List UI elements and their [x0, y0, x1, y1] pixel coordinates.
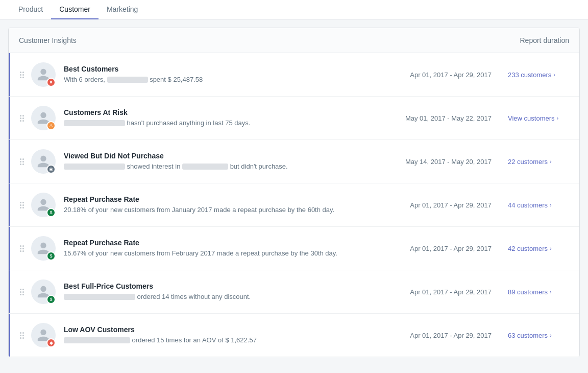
insight-content: Best Full-Price Customers ordered 14 tim…: [64, 282, 379, 301]
insight-meta: May 14, 2017 - May 20, 201722 customers›: [389, 158, 569, 166]
avatar-badge-dollar: $: [46, 251, 56, 261]
customer-link[interactable]: 89 customers›: [508, 288, 569, 296]
chevron-right-icon: ›: [550, 202, 552, 208]
customer-link[interactable]: 22 customers›: [508, 158, 569, 166]
drag-handle[interactable]: [19, 113, 25, 124]
chevron-right-icon: ›: [550, 245, 552, 251]
insight-description: hasn't purchased anything in last 75 day…: [64, 119, 379, 128]
insight-row-customers-at-risk: ⚠Customers At Risk hasn't purchased anyt…: [9, 97, 579, 140]
insight-title: Best Customers: [64, 65, 379, 73]
avatar-badge-tag: ◆: [46, 338, 56, 347]
avatar-badge-dollar: $: [46, 295, 56, 304]
accent-bar: [9, 140, 10, 183]
insight-row-repeat-purchase-feb: $Repeat Purchase Rate15.67% of your new …: [9, 227, 579, 270]
insight-description: showed interest in but didn't purchase.: [64, 162, 379, 171]
insight-meta: Apr 01, 2017 - Apr 29, 201763 customers›: [389, 332, 569, 339]
chevron-right-icon: ›: [550, 158, 552, 165]
drag-handle[interactable]: [19, 200, 25, 211]
redacted-text: [64, 294, 135, 300]
chevron-right-icon: ›: [553, 72, 555, 78]
avatar-container: ♥: [31, 62, 56, 87]
chevron-right-icon: ›: [557, 115, 559, 121]
date-range: Apr 01, 2017 - Apr 29, 2017: [389, 71, 492, 79]
customer-link[interactable]: 63 customers›: [508, 332, 569, 339]
insight-description: 20.18% of your new customers from Januar…: [64, 205, 379, 215]
insight-title: Repeat Purchase Rate: [64, 195, 379, 203]
insight-title: Repeat Purchase Rate: [64, 239, 379, 247]
date-range: May 14, 2017 - May 20, 2017: [389, 158, 492, 166]
insight-content: Repeat Purchase Rate15.67% of your new c…: [64, 239, 379, 258]
tab-marketing[interactable]: Marketing: [99, 0, 146, 19]
insights-list: ♥Best CustomersWith 6 orders, spent $ 25…: [9, 53, 579, 357]
insight-title: Low AOV Customers: [64, 325, 379, 334]
accent-bar: [9, 97, 10, 139]
cta-label: 22 customers: [508, 158, 548, 166]
redacted-text: [64, 120, 125, 126]
avatar-container: $: [31, 193, 56, 217]
insight-row-low-aov: ◆Low AOV Customers ordered 15 times for …: [9, 314, 579, 357]
insight-meta: Apr 01, 2017 - Apr 29, 201789 customers›: [389, 288, 569, 296]
date-range: May 01, 2017 - May 22, 2017: [389, 114, 492, 122]
insight-content: Repeat Purchase Rate20.18% of your new c…: [64, 195, 379, 215]
chevron-right-icon: ›: [550, 289, 552, 295]
table-header: Customer Insights Report duration: [9, 28, 579, 53]
insight-meta: Apr 01, 2017 - Apr 29, 2017233 customers…: [389, 71, 569, 79]
cta-label: 42 customers: [508, 245, 548, 252]
avatar-badge-eye: ◉: [46, 165, 56, 174]
cta-label: 44 customers: [508, 201, 548, 209]
cta-label: 63 customers: [508, 332, 548, 339]
insight-description: ordered 15 times for an AOV of $ 1,622.5…: [64, 336, 379, 345]
accent-bar: [9, 53, 10, 96]
insight-title: Customers At Risk: [64, 108, 379, 116]
tab-customer[interactable]: Customer: [51, 0, 99, 19]
insight-content: Best CustomersWith 6 orders, spent $ 25,…: [64, 65, 379, 84]
insights-container: Customer Insights Report duration ♥Best …: [8, 28, 580, 357]
avatar-container: ◆: [31, 323, 56, 347]
insight-content: Customers At Risk hasn't purchased anyth…: [64, 108, 379, 128]
table-header-right: Report duration: [520, 36, 569, 44]
insight-meta: Apr 01, 2017 - Apr 29, 201744 customers›: [389, 201, 569, 209]
insight-content: Viewed But Did Not Purchase showed inter…: [64, 152, 379, 171]
redacted-text: [107, 77, 148, 83]
insight-title: Best Full-Price Customers: [64, 282, 379, 290]
chevron-right-icon: ›: [550, 332, 552, 338]
drag-handle[interactable]: [19, 243, 25, 254]
insight-description: 15.67% of your new customers from Februa…: [64, 249, 379, 258]
customer-link[interactable]: 233 customers›: [508, 71, 569, 79]
date-range: Apr 01, 2017 - Apr 29, 2017: [389, 201, 492, 209]
customer-link[interactable]: 42 customers›: [508, 245, 569, 252]
date-range: Apr 01, 2017 - Apr 29, 2017: [389, 245, 492, 252]
accent-bar: [9, 227, 10, 270]
drag-handle[interactable]: [19, 330, 25, 341]
drag-handle[interactable]: [19, 156, 25, 167]
avatar-container: $: [31, 279, 56, 304]
drag-handle[interactable]: [19, 287, 25, 297]
customer-link[interactable]: View customers›: [508, 114, 569, 122]
date-range: Apr 01, 2017 - Apr 29, 2017: [389, 332, 492, 339]
insight-row-best-customers: ♥Best CustomersWith 6 orders, spent $ 25…: [9, 53, 579, 97]
tabs-bar: Product Customer Marketing: [0, 0, 588, 19]
insight-description: ordered 14 times without any discount.: [64, 292, 379, 301]
avatar-badge-heart: ♥: [46, 78, 56, 87]
redacted-text: [64, 337, 130, 343]
cta-label: View customers: [508, 114, 555, 122]
insight-row-viewed-not-purchase: ◉Viewed But Did Not Purchase showed inte…: [9, 140, 579, 183]
redacted-text: [64, 164, 125, 170]
insight-title: Viewed But Did Not Purchase: [64, 152, 379, 160]
insight-row-repeat-purchase-jan: $Repeat Purchase Rate20.18% of your new …: [9, 183, 579, 227]
accent-bar: [9, 183, 10, 226]
avatar-container: $: [31, 236, 56, 261]
cta-label: 233 customers: [508, 71, 551, 79]
accent-bar: [9, 314, 10, 357]
insight-content: Low AOV Customers ordered 15 times for a…: [64, 325, 379, 345]
avatar-badge-warning: ⚠: [46, 121, 56, 130]
cta-label: 89 customers: [508, 288, 548, 296]
accent-bar: [9, 270, 10, 313]
redacted-text-2: [182, 164, 228, 170]
avatar-badge-dollar: $: [46, 208, 56, 217]
drag-handle[interactable]: [19, 69, 25, 80]
insight-meta: May 01, 2017 - May 22, 2017View customer…: [389, 114, 569, 122]
avatar-container: ⚠: [31, 106, 56, 130]
customer-link[interactable]: 44 customers›: [508, 201, 569, 209]
tab-product[interactable]: Product: [10, 0, 51, 19]
